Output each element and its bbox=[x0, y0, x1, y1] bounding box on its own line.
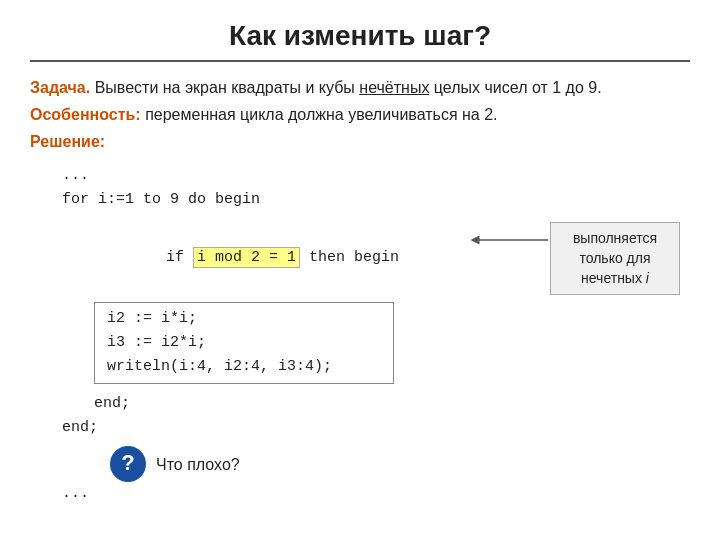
callout-line2: только для bbox=[579, 250, 650, 266]
code-dots1: ... bbox=[30, 164, 690, 188]
code-for-line: for i:=1 to 9 do begin bbox=[30, 188, 690, 212]
code-body3: writeln(i:4, i2:4, i3:4); bbox=[107, 355, 381, 379]
task-label: Задача. bbox=[30, 79, 90, 96]
feature-text: переменная цикла должна увеличиваться на… bbox=[141, 106, 498, 123]
code-highlight: i mod 2 = 1 bbox=[193, 247, 300, 268]
code-body2: i3 := i2*i; bbox=[107, 331, 381, 355]
code-body1: i2 := i*i; bbox=[107, 307, 381, 331]
code-end2: end; bbox=[30, 416, 690, 440]
question-circle: ? bbox=[110, 446, 146, 482]
page-title: Как изменить шаг? bbox=[30, 20, 690, 62]
code-dots2: ... bbox=[30, 482, 690, 506]
callout-line3: нечетных bbox=[581, 270, 646, 286]
code-block: ... for i:=1 to 9 do begin if i mod 2 = … bbox=[30, 164, 690, 506]
callout-line1: выполняется bbox=[573, 230, 657, 246]
code-body-box: i2 := i*i; i3 := i2*i; writeln(i:4, i2:4… bbox=[94, 302, 394, 384]
callout-box: выполняется только для нечетных i bbox=[550, 222, 680, 295]
question-row: ? Что плохо? bbox=[30, 446, 690, 482]
feature-paragraph: Особенность: переменная цикла должна уве… bbox=[30, 103, 690, 128]
callout-italic: i bbox=[646, 270, 649, 286]
task-text2: целых чисел от 1 до 9. bbox=[429, 79, 601, 96]
question-text: Что плохо? bbox=[156, 452, 240, 478]
task-paragraph: Задача. Вывести на экран квадраты и кубы… bbox=[30, 76, 690, 101]
solution-label: Решение: bbox=[30, 130, 690, 155]
task-text: Вывести на экран квадраты и кубы bbox=[90, 79, 359, 96]
feature-label: Особенность: bbox=[30, 106, 141, 123]
callout-arrow bbox=[470, 230, 550, 250]
task-underline: нечётных bbox=[359, 79, 429, 96]
code-end1: end; bbox=[30, 392, 690, 416]
